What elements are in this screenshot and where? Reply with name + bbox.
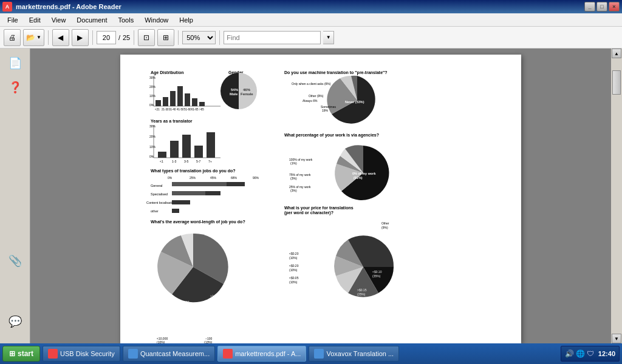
find-dropdown-button[interactable]: ▼ [323, 31, 334, 44]
menu-document[interactable]: Document [72, 15, 112, 25]
find-input[interactable] [224, 31, 321, 44]
svg-text:Do you use machine translation: Do you use machine translation to "pre-t… [284, 70, 388, 75]
close-button[interactable]: × [609, 2, 620, 12]
menu-bar: File Edit View Document Tools Window Hel… [0, 13, 622, 27]
scroll-down-button[interactable]: ▼ [612, 334, 621, 343]
svg-text:68%: 68% [231, 176, 238, 180]
forward-button[interactable]: ▶ [72, 29, 89, 46]
clock: 12:40 [598, 350, 615, 357]
svg-text:other: other [151, 209, 159, 213]
svg-text:<$0.05: <$0.05 [289, 276, 299, 280]
svg-rect-37 [207, 132, 215, 158]
svg-text:1-3: 1-3 [172, 160, 176, 163]
svg-text:0%: 0% [149, 103, 154, 107]
scrollbar-thumb[interactable] [612, 70, 621, 95]
menu-edit[interactable]: Edit [24, 15, 46, 25]
svg-text:31-40: 31-40 [169, 108, 176, 111]
scrollbar-track[interactable] [612, 58, 621, 334]
toolbar-sep-5 [219, 30, 220, 45]
pdf-container: Age Distribution 30% 20% 10% 0% <21 21-3… [30, 49, 611, 343]
taskbar-tray: 🔊 🌐 🛡 12:40 [561, 346, 620, 362]
svg-rect-51 [172, 182, 227, 186]
svg-text:Age Distribution: Age Distribution [151, 70, 183, 75]
taskbar-icon-3 [314, 349, 324, 359]
svg-text:(3%): (3%) [290, 177, 297, 180]
svg-text:51-60: 51-60 [184, 108, 191, 111]
svg-text:Other (9%): Other (9%) [309, 94, 324, 98]
menu-view[interactable]: View [47, 15, 71, 25]
svg-text:>10,000: >10,000 [154, 300, 165, 304]
svg-rect-56 [172, 200, 190, 204]
svg-rect-7 [156, 100, 161, 106]
pages-panel-icon[interactable]: 📄 [5, 53, 25, 73]
taskbar-icon-2 [223, 349, 233, 359]
svg-text:What types of translation jobs: What types of translation jobs do you do… [151, 169, 236, 174]
svg-text:What's the average word-length: What's the average word-length of job yo… [151, 220, 245, 224]
svg-text:<5,000: <5,000 [180, 300, 190, 304]
svg-text:>1,000: >1,000 [210, 294, 220, 298]
minimize-button[interactable]: _ [584, 2, 595, 12]
pdf-content-svg: Age Distribution 30% 20% 10% 0% <21 21-3… [138, 67, 503, 343]
toolbar-sep-4 [178, 30, 179, 45]
zoom-select[interactable]: 50%75%100%125%150% [182, 31, 216, 44]
menu-file[interactable]: File [2, 15, 23, 25]
svg-rect-33 [158, 152, 166, 158]
svg-rect-36 [194, 146, 203, 158]
svg-rect-9 [170, 91, 176, 106]
svg-text:What is your price for transla: What is your price for translations [284, 206, 354, 211]
taskbar-item-1[interactable]: Quantcast Measurem... [123, 346, 215, 362]
svg-text:(91%): (91%) [354, 176, 363, 180]
title-bar: A markettrends.pdf - Adobe Reader _ □ × [0, 0, 622, 13]
start-icon: ⊞ [9, 349, 15, 358]
svg-text:90%: 90% [253, 176, 259, 180]
svg-text:54%: 54% [231, 88, 239, 92]
svg-text:Male: Male [230, 92, 238, 96]
help-panel-icon[interactable]: ❓ [5, 78, 25, 97]
toolbar-sep-3 [134, 30, 134, 45]
taskbar-item-2[interactable]: markettrends.pdf - A... [217, 346, 306, 362]
svg-text:5-7: 5-7 [196, 160, 200, 163]
svg-text:(9%): (9%) [381, 226, 388, 229]
svg-rect-54 [172, 191, 205, 195]
svg-text:45%: 45% [210, 176, 217, 180]
svg-text:20%: 20% [149, 85, 156, 89]
page-number-input[interactable] [97, 31, 116, 44]
svg-rect-34 [170, 141, 179, 158]
attachments-panel-icon[interactable]: 📎 [5, 251, 25, 271]
svg-text:(1%): (1%) [154, 305, 160, 308]
svg-text:(10%): (10%) [289, 280, 298, 284]
maximize-button[interactable]: □ [596, 2, 607, 12]
svg-text:Content localisation: Content localisation [146, 201, 176, 204]
comments-panel-icon[interactable]: 💬 [5, 312, 25, 331]
taskbar-item-0[interactable]: USB Disk Security [43, 346, 120, 362]
right-scrollbar: ▲ ▼ [611, 49, 622, 343]
taskbar: ⊞ start USB Disk Security Quantcast Meas… [0, 343, 622, 364]
menu-tools[interactable]: Tools [114, 15, 139, 25]
start-button[interactable]: ⊞ start [2, 346, 40, 362]
fit-width-button[interactable]: ⊞ [157, 29, 174, 46]
print-button[interactable]: 🖨 [4, 29, 21, 46]
menu-window[interactable]: Window [140, 15, 173, 25]
svg-text:30%: 30% [149, 76, 156, 79]
svg-rect-11 [185, 93, 190, 106]
fit-page-button[interactable]: ⊡ [138, 29, 155, 46]
svg-text:(30%): (30%) [210, 298, 219, 302]
svg-text:Years as a translator: Years as a translator [151, 119, 193, 123]
svg-text:(35%): (35%) [372, 274, 381, 278]
pdf-page: Age Distribution 30% 20% 10% 0% <21 21-3… [120, 55, 521, 343]
svg-rect-12 [192, 98, 197, 106]
toolbar: 🖨 📂 ▼ ◀ ▶ / 25 ⊡ ⊞ 50%75%100%125%150% ▼ [0, 27, 622, 49]
back-button[interactable]: ◀ [52, 29, 69, 46]
svg-text:30%: 30% [149, 124, 156, 128]
svg-text:(3%): (3%) [290, 189, 297, 192]
menu-help[interactable]: Help [174, 15, 198, 25]
main-area: 📄 ❓ 📎 💬 Age Distribution 30% 20% 10% 0% [0, 49, 622, 343]
svg-text:Female: Female [241, 92, 253, 96]
taskbar-item-3[interactable]: Voxavox Translation ... [309, 346, 399, 362]
svg-text:<$0.20: <$0.20 [289, 252, 299, 255]
tray-icon-security: 🛡 [587, 349, 594, 358]
taskbar-label-0: USB Disk Security [60, 350, 115, 357]
scroll-up-button[interactable]: ▲ [612, 49, 621, 58]
svg-text:61-65: 61-65 [191, 108, 199, 111]
open-button[interactable]: 📂 ▼ [23, 29, 44, 46]
